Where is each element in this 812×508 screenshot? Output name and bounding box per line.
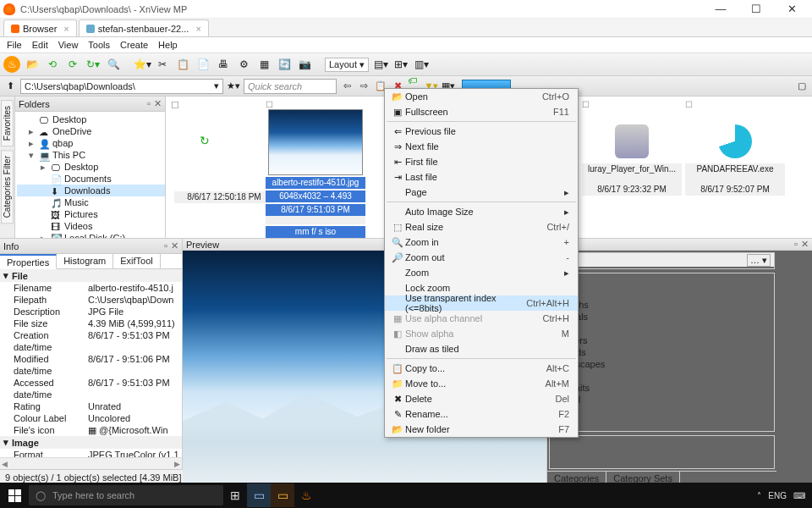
- flame-icon[interactable]: ♨: [3, 56, 20, 73]
- menu-file[interactable]: File: [7, 40, 22, 50]
- nav-fwd-icon[interactable]: ⇨: [357, 80, 370, 93]
- sidetab-favorites[interactable]: Favorites: [1, 100, 14, 146]
- panel-close-icon[interactable]: ✕: [171, 240, 178, 251]
- category-item[interactable]: os: [550, 275, 774, 287]
- tree-item[interactable]: ⬇Downloads: [17, 185, 165, 196]
- tree-item[interactable]: ▾💻This PC: [17, 149, 165, 161]
- menu-view[interactable]: View: [58, 40, 79, 50]
- panel-close-icon[interactable]: ✕: [801, 239, 809, 250]
- batch-icon[interactable]: ▦: [255, 56, 272, 73]
- tree-item[interactable]: ▸👤qbap: [17, 137, 165, 149]
- tree-item[interactable]: ▸☁OneDrive: [17, 125, 165, 137]
- system-tray[interactable]: ˄ ENG ⌨: [757, 491, 812, 500]
- folder-open-icon[interactable]: 📂: [24, 56, 41, 73]
- quick-search-input[interactable]: Quick search: [244, 79, 337, 94]
- tree-item[interactable]: ▸💽Local Disk (C:): [17, 232, 165, 238]
- convert-icon[interactable]: 🔄: [276, 56, 293, 73]
- tree-item[interactable]: 🖼Pictures: [17, 208, 165, 220]
- thumb-card[interactable]: ☐ luray_Player_for_Win... 8/6/17 9:23:32…: [582, 100, 682, 196]
- context-menu[interactable]: 📂OpenCtrl+O▣FullscreenF11⇐Previous file⇒…: [384, 88, 579, 438]
- thumb-card[interactable]: 8/6/17 12:50:18 PM: [174, 191, 274, 203]
- minimize-button[interactable]: —: [709, 3, 732, 15]
- folder-tree[interactable]: 🖵Desktop▸☁OneDrive▸👤qbap▾💻This PC▸🖵Deskt…: [15, 112, 165, 238]
- path-input[interactable]: C:\Users\qbap\Downloads\▾: [20, 79, 223, 94]
- context-menu-item[interactable]: ✖DeleteDel: [385, 391, 578, 406]
- menu-create[interactable]: Create: [120, 40, 148, 50]
- context-menu-item[interactable]: 📁Move to...Alt+M: [385, 376, 578, 391]
- panel-float-icon[interactable]: ▫: [794, 239, 798, 250]
- category-item[interactable]: Landscapes: [550, 358, 774, 370]
- category-item[interactable]: ographs: [550, 299, 774, 311]
- category-item[interactable]: Pets: [550, 370, 774, 382]
- camera-icon[interactable]: 📷: [296, 56, 313, 73]
- h-scrollbar[interactable]: ◀▶: [0, 457, 182, 469]
- panel-float-icon[interactable]: ▫: [147, 98, 151, 109]
- layout-dropdown[interactable]: Layout▾: [325, 58, 369, 72]
- tab-exiftool[interactable]: ExifTool: [113, 254, 161, 268]
- context-menu-item[interactable]: ⇥Last file: [385, 169, 578, 185]
- category-item[interactable]: Travel: [550, 394, 774, 406]
- settings-icon[interactable]: ⚙: [235, 56, 252, 73]
- context-menu-item[interactable]: 📂OpenCtrl+O: [385, 89, 578, 104]
- context-menu-item[interactable]: Use transparent index (<=8bits)Ctrl+Alt+…: [385, 295, 578, 311]
- tab-close-icon[interactable]: ×: [63, 24, 69, 34]
- tree-item[interactable]: 🎵Music: [17, 196, 165, 208]
- taskbar-xnview[interactable]: ♨: [294, 483, 318, 507]
- refresh-icon[interactable]: ↻▾: [85, 56, 102, 73]
- thumb-size-icon[interactable]: ▥▾: [413, 56, 430, 73]
- context-menu-item[interactable]: ⇤First file: [385, 154, 578, 169]
- tray-keyboard-icon[interactable]: ⌨: [793, 491, 805, 500]
- context-menu-item[interactable]: Page: [385, 185, 578, 200]
- back-icon[interactable]: ⟲: [44, 56, 61, 73]
- category-item[interactable]: Friends: [550, 346, 774, 358]
- context-menu-item[interactable]: Draw as tiled: [385, 341, 578, 356]
- context-menu-item[interactable]: ⇐Previous file: [385, 124, 578, 139]
- menu-edit[interactable]: Edit: [32, 40, 48, 50]
- thumb-card-selected[interactable]: ☐ alberto-restifo-4510.jpg 6048x4032 – 4…: [266, 100, 365, 238]
- star-icon[interactable]: ⭐▾: [134, 56, 151, 73]
- sidetab-categories-filter[interactable]: Categories Filter: [1, 150, 14, 224]
- maximize-button[interactable]: ☐: [744, 3, 768, 15]
- panel-close-icon[interactable]: ✕: [154, 98, 162, 109]
- context-menu-item[interactable]: 📂New folderF7: [385, 422, 578, 437]
- category-item[interactable]: Portraits: [550, 382, 774, 394]
- panel-toggle-icon[interactable]: ▢: [795, 80, 809, 93]
- menu-help[interactable]: Help: [158, 40, 178, 50]
- tab-image[interactable]: stefan-stenbauer-22... ×: [79, 19, 209, 36]
- print-icon[interactable]: 🖶: [215, 56, 232, 73]
- category-item[interactable]: Flowers: [550, 334, 774, 346]
- taskbar-app-1[interactable]: ▭: [247, 483, 271, 507]
- context-menu-item[interactable]: ⬚Real sizeCtrl+/: [385, 219, 578, 235]
- context-menu-item[interactable]: 🔍Zoom in+: [385, 235, 578, 250]
- checkbox-icon[interactable]: ☐: [171, 100, 179, 111]
- thumb-card[interactable]: ☐ PANDAFREEAV.exe 8/6/17 9:52:07 PM: [685, 100, 785, 196]
- context-menu-item[interactable]: Zoom: [385, 265, 578, 280]
- category-assign-box[interactable]: … ▾: [550, 253, 774, 267]
- context-menu-item[interactable]: ⇒Next file: [385, 139, 578, 154]
- forward-icon[interactable]: ⟳: [64, 56, 81, 73]
- context-menu-item[interactable]: ▣FullscreenF11: [385, 104, 578, 119]
- taskbar-app-2[interactable]: ▭: [271, 483, 294, 507]
- category-item[interactable]: ures: [550, 406, 774, 417]
- sort-icon[interactable]: ⊞▾: [392, 56, 409, 73]
- category-item[interactable]: os: [550, 417, 774, 429]
- tab-browser[interactable]: Browser ×: [3, 19, 77, 36]
- category-item[interactable]: ings: [550, 287, 774, 299]
- tab-histogram[interactable]: Histogram: [57, 254, 113, 268]
- view-mode-icon[interactable]: ▤▾: [372, 56, 389, 73]
- cut-icon[interactable]: ✂: [154, 56, 171, 73]
- context-menu-item[interactable]: 📋Copy to...Alt+C: [385, 361, 578, 376]
- category-item[interactable]: amily: [550, 323, 774, 334]
- context-menu-item[interactable]: Auto Image Size: [385, 204, 578, 219]
- up-icon[interactable]: ⬆: [3, 80, 17, 93]
- tree-item[interactable]: ▸🖵Desktop: [17, 161, 165, 173]
- tab-properties[interactable]: Properties: [0, 254, 57, 269]
- tray-chevron-icon[interactable]: ˄: [757, 491, 761, 500]
- tray-lang[interactable]: ENG: [768, 491, 787, 500]
- panel-float-icon[interactable]: ▫: [164, 240, 167, 251]
- close-button[interactable]: ✕: [780, 3, 804, 15]
- taskbar-search[interactable]: ◯Type here to search: [29, 485, 223, 505]
- category-item[interactable]: Animals: [550, 311, 774, 323]
- start-button[interactable]: [0, 483, 29, 508]
- paste-icon[interactable]: 📄: [195, 56, 211, 73]
